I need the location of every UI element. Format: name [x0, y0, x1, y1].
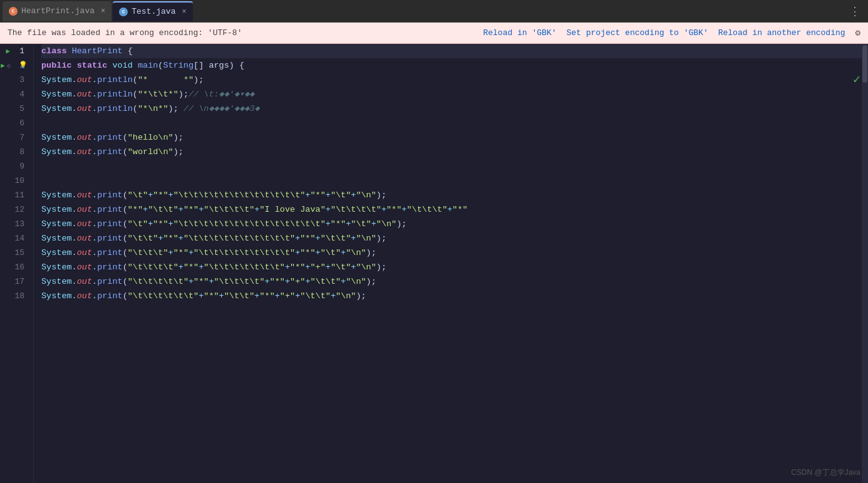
gutter-row-9: 9: [0, 159, 28, 174]
watermark: CSDN @丁总学Java: [791, 467, 860, 478]
line-number-5: 5: [12, 104, 24, 113]
run-icon-line-2[interactable]: ▶: [1, 61, 5, 70]
line-number-10: 10: [12, 176, 24, 185]
code-line-10: [41, 174, 868, 188]
code-lines: class HeartPrint { public static void ma…: [34, 44, 868, 303]
file-ok-checkmark: ✓: [853, 71, 860, 87]
gutter-row-14: 14: [0, 231, 28, 246]
tab-close-heartprint[interactable]: ×: [101, 7, 105, 16]
gutter-row-18: 18: [0, 289, 28, 303]
gutter-row-17: 17: [0, 274, 28, 289]
line-number-4: 4: [12, 90, 24, 99]
java-icon-heartprint: C: [9, 7, 18, 16]
line-number-14: 14: [12, 234, 24, 243]
warning-text: The file was loaded in a wrong encoding:…: [8, 28, 473, 38]
code-line-7: System.out.print("hello\n");: [41, 130, 868, 145]
tab-label-heartprint: HeartPrint.java: [21, 6, 95, 16]
line-number-11: 11: [12, 190, 24, 200]
line-number-12: 12: [12, 205, 24, 214]
gutter-row-11: 11: [0, 188, 28, 202]
gutter-row-2: ▶◇2💡: [0, 58, 28, 73]
code-line-13: System.out.print("\t"+"*"+"\t\t\t\t\t\t\…: [41, 217, 868, 231]
gutter: ▶1▶◇2💡3456789101112131415161718: [0, 44, 34, 483]
line-number-1: 1: [12, 46, 24, 56]
code-line-2: public static void main(String[] args) {: [41, 58, 868, 73]
tab-bar: C HeartPrint.java × C Test.java × ⋮: [0, 0, 868, 23]
gutter-row-12: 12: [0, 202, 28, 217]
reload-gbk-action[interactable]: Reload in 'GBK': [483, 28, 556, 38]
line-number-8: 8: [12, 147, 24, 157]
set-project-encoding-action[interactable]: Set project encoding to 'GBK': [566, 28, 708, 38]
code-line-11: System.out.print("\t"+"*"+"\t\t\t\t\t\t\…: [41, 188, 868, 202]
code-line-15: System.out.print("\t\t\t"+"*"+"\t\t\t\t\…: [41, 246, 868, 260]
line-number-17: 17: [12, 277, 24, 286]
line-number-7: 7: [12, 133, 24, 142]
gutter-row-15: 15: [0, 246, 28, 260]
tab-heartprint[interactable]: C HeartPrint.java ×: [3, 1, 111, 21]
gutter-row-5: 5: [0, 101, 28, 116]
line-number-15: 15: [12, 248, 24, 257]
code-line-16: System.out.print("\t\t\t\t"+"*"+"\t\t\t\…: [41, 260, 868, 274]
gutter-row-6: 6: [0, 116, 28, 130]
gutter-row-13: 13: [0, 217, 28, 231]
bulb-icon-line-2[interactable]: 💡: [19, 61, 28, 69]
code-line-9: [41, 159, 868, 174]
code-line-6: [41, 116, 868, 130]
code-line-14: System.out.print("\t\t"+"*"+"\t\t\t\t\t\…: [41, 231, 868, 246]
gutter-row-1: ▶1: [0, 44, 28, 58]
reload-another-encoding-action[interactable]: Reload in another encoding: [718, 28, 845, 38]
encoding-settings-icon[interactable]: ⚙: [855, 28, 860, 38]
line-number-9: 9: [12, 162, 24, 171]
run-icon-line-1[interactable]: ▶: [6, 47, 10, 55]
tab-close-test[interactable]: ×: [182, 8, 186, 16]
code-line-1: class HeartPrint {: [41, 44, 868, 58]
code-line-5: System.out.println("*\n*"); // \n◆◆◆◆'◆◆…: [41, 101, 868, 116]
tab-label-test: Test.java: [132, 7, 175, 16]
line-number-16: 16: [12, 262, 24, 272]
line-number-6: 6: [12, 118, 24, 128]
tab-test[interactable]: C Test.java ×: [113, 1, 192, 21]
tab-more-button[interactable]: ⋮: [844, 2, 865, 21]
code-line-3: System.out.println("* *");: [41, 73, 868, 87]
encoding-warning-bar: The file was loaded in a wrong encoding:…: [0, 23, 868, 44]
code-line-17: System.out.print("\t\t\t\t\t"+"*"+"\t\t\…: [41, 274, 868, 289]
code-line-4: System.out.println("*\t\t*");// \t:◆◆'◆▾…: [41, 87, 868, 101]
gutter-row-4: 4: [0, 87, 28, 101]
editor: ▶1▶◇2💡3456789101112131415161718 class He…: [0, 44, 868, 483]
code-line-8: System.out.print("world\n");: [41, 145, 868, 159]
code-area[interactable]: class HeartPrint { public static void ma…: [34, 44, 868, 483]
line-number-18: 18: [12, 291, 24, 301]
gutter-row-7: 7: [0, 130, 28, 145]
line-number-13: 13: [12, 219, 24, 229]
gutter-row-16: 16: [0, 260, 28, 274]
scroll-indicator[interactable]: [862, 44, 868, 483]
bookmark-icon-line-2: ◇: [7, 62, 11, 70]
scroll-thumb: [862, 45, 867, 83]
gutter-row-3: 3: [0, 73, 28, 87]
java-icon-test: C: [119, 8, 128, 16]
code-line-18: System.out.print("\t\t\t\t\t\t"+"*"+"\t\…: [41, 289, 868, 303]
code-line-12: System.out.print("*"+"\t\t"+"*"+"\t\t\t\…: [41, 202, 868, 217]
gutter-row-8: 8: [0, 145, 28, 159]
gutter-row-10: 10: [0, 174, 28, 188]
line-number-3: 3: [12, 75, 24, 85]
